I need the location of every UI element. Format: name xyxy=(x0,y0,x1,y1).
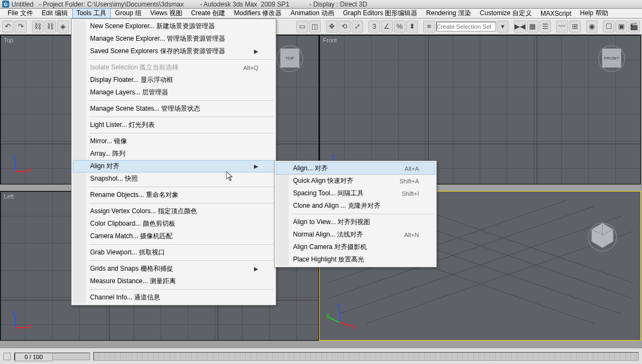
redo-icon[interactable]: ↷ xyxy=(15,21,26,33)
submenu-item[interactable]: Clone and Align ... 克隆并对齐 xyxy=(276,200,435,212)
view-cube-persp[interactable] xyxy=(586,220,619,254)
axis-gizmo: xz xyxy=(10,311,32,333)
menu-bar: File 文件 Edit 编辑 Tools 工具 Group 组 Views 视… xyxy=(0,9,642,18)
menu-item[interactable]: Assign Vertex Colors... 指定顶点颜色 xyxy=(73,205,275,218)
menu-tools[interactable]: Tools 工具 xyxy=(72,8,111,18)
dropdown-arrow-icon[interactable]: ▾ xyxy=(497,21,508,33)
rotate-icon[interactable]: ⟲ xyxy=(339,21,350,33)
curve-icon[interactable]: 〰 xyxy=(556,21,568,33)
menu-item[interactable]: Manage Scene States... 管理场景状态 xyxy=(73,103,275,115)
menu-create[interactable]: Create 创建 xyxy=(187,8,230,18)
menu-group[interactable]: Group 组 xyxy=(111,8,146,18)
menu-item[interactable]: Snapshot... 快照 xyxy=(73,173,275,185)
layers-icon[interactable]: ☰ xyxy=(539,21,551,33)
menu-item[interactable]: Rename Objects... 重命名对象 xyxy=(73,189,275,201)
menu-item[interactable]: Measure Distance... 测量距离 xyxy=(73,275,275,288)
menu-item[interactable]: Manage Layers... 层管理器 xyxy=(73,86,275,99)
submenu-arrow-icon: ▶ xyxy=(254,266,258,272)
submenu-item[interactable]: Align... 对齐Alt+A xyxy=(276,162,435,175)
undo-icon[interactable]: ↶ xyxy=(2,21,14,33)
render-setup-icon[interactable]: ☐ xyxy=(603,21,614,33)
render-frame-icon[interactable]: ▣ xyxy=(615,21,627,33)
menu-item[interactable]: Channel Info... 通道信息 xyxy=(73,291,275,304)
align-icon[interactable]: ▦ xyxy=(527,21,538,33)
time-slider-bar: 0 / 100 xyxy=(0,348,642,364)
submenu-item[interactable]: Align to View... 对齐到视图 xyxy=(276,216,435,228)
menu-item: Isolate Selection 孤立当前选择Alt+Q xyxy=(73,61,275,74)
schematic-icon[interactable]: ⊞ xyxy=(569,21,581,33)
named-sel-icon[interactable]: ≡ xyxy=(423,21,435,33)
link-icon[interactable]: ⛓ xyxy=(32,21,43,33)
unlink-icon[interactable]: ⛓ xyxy=(45,21,56,33)
bind-icon[interactable]: ◈ xyxy=(57,21,68,33)
view-cube-top[interactable]: TOP xyxy=(276,45,303,72)
menu-item[interactable]: Grab Viewport... 抓取视口 xyxy=(73,246,275,259)
anglesnap-icon[interactable]: ∠ xyxy=(381,21,392,33)
menu-modifiers[interactable]: Modifiers 修改器 xyxy=(230,8,286,18)
menu-item[interactable]: Manage Scene Explorer... 管理场景资源管理器 xyxy=(73,33,275,45)
menu-graph-editors[interactable]: Graph Editors 图形编辑器 xyxy=(339,8,422,18)
submenu-item[interactable]: Align Camera 对齐摄影机 xyxy=(276,241,435,253)
menu-item[interactable]: Saved Scene Explorers 保存的场景资源管理器▶ xyxy=(73,45,275,58)
move-icon[interactable]: ✥ xyxy=(326,21,338,33)
submenu-arrow-icon: ▶ xyxy=(254,48,258,54)
align-submenu: Align... 对齐Alt+AQuick Align 快速对齐Shift+AS… xyxy=(274,161,437,267)
menu-item[interactable]: Grids and Snaps 栅格和捕捉▶ xyxy=(73,263,275,275)
frame-slider[interactable]: 0 / 100 xyxy=(14,353,90,360)
viewport-label-front: Front xyxy=(323,37,337,43)
submenu-item[interactable]: Place Highlight 放置高光 xyxy=(276,253,435,266)
menu-maxscript[interactable]: MAXScript xyxy=(536,9,576,18)
menu-file[interactable]: File 文件 xyxy=(3,8,37,18)
select-icon[interactable]: ▭ xyxy=(296,21,308,33)
mirror-icon[interactable]: ▶◀ xyxy=(514,21,526,33)
axis-gizmo: xz xyxy=(10,155,32,176)
title-bar: G Untitled - Project Folder: C:\Users\im… xyxy=(0,0,642,9)
menu-item[interactable]: Light Lister... 灯光列表 xyxy=(73,119,275,131)
submenu-item[interactable]: Normal Align... 法线对齐Alt+N xyxy=(276,228,435,241)
menu-item[interactable]: Align 对齐▶ xyxy=(73,160,275,173)
menu-customize[interactable]: Customize 自定义 xyxy=(475,8,536,18)
tools-dropdown-menu: New Scene Explorer... 新建场景资源管理器Manage Sc… xyxy=(71,18,276,305)
timeline-ruler[interactable] xyxy=(93,352,639,361)
submenu-item[interactable]: Quick Align 快速对齐Shift+A xyxy=(276,175,435,187)
axis-gizmo-persp: xyz xyxy=(329,305,357,333)
snap3-icon[interactable]: 3 xyxy=(368,21,380,33)
view-cube-front[interactable]: FRONT xyxy=(598,45,625,72)
frame-display: 0 / 100 xyxy=(15,353,53,361)
keymode-toggle[interactable] xyxy=(3,353,11,360)
spinnersnap-icon[interactable]: ⬍ xyxy=(406,21,418,33)
scale-icon[interactable]: ⤢ xyxy=(352,21,363,33)
app-icon: G xyxy=(2,1,9,8)
title-folder-path: C:\Users\imy\Documents\3dsmax xyxy=(87,1,183,8)
selection-set-input[interactable] xyxy=(436,22,496,31)
menu-item[interactable]: Mirror... 镜像 xyxy=(73,135,275,148)
menu-animation[interactable]: Animation 动画 xyxy=(286,8,339,18)
viewport-label-top: Top xyxy=(4,37,14,43)
title-display: - Display : Direct 3D xyxy=(289,1,367,8)
menu-item[interactable]: Array... 阵列 xyxy=(73,148,275,160)
title-folder-label: - Project Folder: xyxy=(34,1,87,8)
menu-item[interactable]: Camera Match... 摄像机匹配 xyxy=(73,230,275,242)
submenu-arrow-icon: ▶ xyxy=(254,163,258,169)
quick-render-icon[interactable]: 🎬 xyxy=(628,21,640,33)
menu-item[interactable]: Display Floater... 显示浮动框 xyxy=(73,74,275,86)
menu-views[interactable]: Views 视图 xyxy=(146,8,187,18)
viewport-label-left: Left xyxy=(4,193,14,200)
title-app: - Autodesk 3ds Max 2009 SP1 xyxy=(183,1,289,8)
menu-help[interactable]: Help 帮助 xyxy=(576,8,613,18)
menu-edit[interactable]: Edit 编辑 xyxy=(37,8,72,18)
submenu-item[interactable]: Spacing Tool... 间隔工具Shift+I xyxy=(276,187,435,200)
menu-item[interactable]: Color Clipboard... 颜色剪切板 xyxy=(73,218,275,230)
menu-rendering[interactable]: Rendering 渲染 xyxy=(422,8,475,18)
material-icon[interactable]: ◉ xyxy=(586,21,597,33)
menu-item[interactable]: New Scene Explorer... 新建场景资源管理器 xyxy=(73,20,275,33)
window-icon[interactable]: ◫ xyxy=(309,21,321,33)
percentsnap-icon[interactable]: % xyxy=(394,21,405,33)
title-untitled: Untitled xyxy=(11,1,34,8)
